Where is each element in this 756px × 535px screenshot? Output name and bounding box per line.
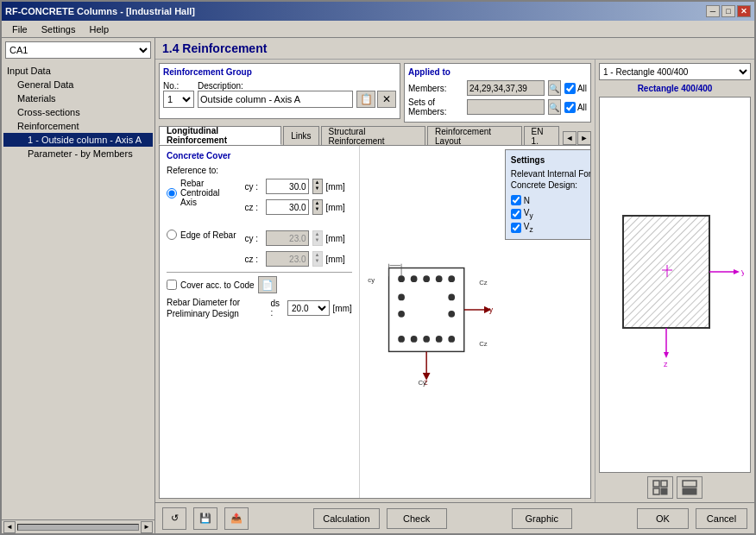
calculation-button[interactable]: Calculation (313, 508, 379, 529)
at-sets-row: Sets of Members: 🔍 All (408, 98, 587, 116)
applied-to-box: Applied to Members: 🔍 All (404, 63, 591, 123)
at-all-sets-checkbox[interactable] (564, 102, 576, 113)
scroll-track[interactable] (17, 524, 139, 531)
cross-section-diagram: y z (599, 97, 751, 473)
cover-acc-row: Cover acc. to Code 📄 (167, 276, 352, 293)
chk-mt-checkbox[interactable] (590, 195, 591, 205)
sidebar-item-materials[interactable]: Materials (3, 91, 153, 105)
svg-rect-40 (683, 481, 696, 487)
cy-active-input[interactable] (266, 179, 309, 194)
rg-no-select[interactable]: 1 (163, 91, 194, 108)
at-members-label: Members: (408, 84, 463, 93)
settings-box: Settings Relevant Internal Forces forCon… (505, 149, 591, 240)
tab-en1[interactable]: EN 1. (524, 126, 559, 145)
check-button[interactable]: Check (387, 508, 447, 529)
cz-active-input[interactable] (266, 199, 309, 215)
cover-acc-checkbox[interactable] (167, 280, 177, 290)
rg-delete-btn[interactable]: ✕ (377, 91, 396, 108)
graphic-button[interactable]: Graphic (512, 508, 572, 529)
rg-group-label: Reinforcement Group (163, 67, 396, 77)
chk-vz-checkbox[interactable] (511, 223, 521, 233)
tab-nav: ◄ ► (563, 131, 591, 145)
sidebar-item-reinforcement[interactable]: Reinforcement (3, 119, 153, 133)
cross-section-dropdown[interactable]: 1 - Rectangle 400/400 (599, 63, 751, 80)
rs-btn-1[interactable] (647, 476, 673, 499)
cz-active-spinner[interactable]: ▲ ▼ (312, 199, 323, 215)
scroll-left-btn[interactable]: ◄ (3, 521, 16, 533)
cover-acc-doc-btn[interactable]: 📄 (258, 276, 277, 293)
rg-copy-btn[interactable]: 📋 (356, 91, 375, 108)
svg-rect-37 (661, 481, 667, 487)
rg-desc-input[interactable] (198, 91, 353, 108)
maximize-button[interactable]: □ (721, 5, 735, 17)
rebar-centroidal-radio[interactable] (167, 188, 177, 198)
at-sets-search-btn[interactable]: 🔍 (548, 99, 561, 115)
cy-active-spinner[interactable]: ▲ ▼ (312, 179, 323, 194)
rs-btn-2[interactable] (677, 476, 702, 499)
at-members-row: Members: 🔍 All (408, 80, 587, 96)
tab-layout[interactable]: Reinforcement Layout (427, 126, 522, 145)
at-sets-input[interactable] (467, 99, 545, 115)
minimize-button[interactable]: ─ (706, 5, 720, 17)
chk-n-checkbox[interactable] (511, 195, 521, 205)
bottom-export-btn[interactable]: 📤 (224, 507, 249, 530)
cc-options: Rebar Centroidal Axis Edge of Rebar (167, 179, 352, 267)
ds-unit: [mm] (333, 304, 352, 313)
settings-title: Settings (511, 155, 591, 165)
menu-file[interactable]: File (5, 22, 35, 36)
svg-point-6 (398, 336, 405, 343)
tab-prev-btn[interactable]: ◄ (563, 131, 576, 145)
tab-next-btn[interactable]: ► (577, 131, 591, 145)
svg-point-8 (423, 336, 430, 343)
menu-help[interactable]: Help (82, 22, 116, 36)
ds-select[interactable]: 20.0 (287, 300, 330, 316)
tab-structural[interactable]: Structural Reinforcement (321, 126, 425, 145)
tab-links[interactable]: Links (283, 126, 318, 145)
cancel-button[interactable]: Cancel (696, 508, 747, 529)
rg-no-label: No.: (163, 81, 194, 91)
chk-vy-label: Vy (524, 208, 533, 220)
rg-row: No.: 1 Description: (163, 80, 396, 108)
cz-disabled-label: cz : (245, 255, 262, 264)
cross-section-sidebar: 1 - Rectangle 400/400 Rectangle 400/400 (595, 60, 754, 502)
case-dropdown[interactable]: CA1 (5, 41, 151, 59)
panel-body: Reinforcement Group No.: 1 Description: (155, 60, 754, 502)
cz-disabled-row: cz : ▲ ▼ [mm] (245, 251, 345, 267)
bottom-refresh-btn[interactable]: ↺ (162, 507, 186, 530)
window-title: RF-CONCRETE Columns - [Industrial Hall] (5, 6, 195, 16)
at-members-input[interactable] (467, 80, 545, 96)
cz-disabled-spinner: ▲ ▼ (312, 251, 323, 267)
bottom-bar: ↺ 💾 📤 Calculation Check Graphic OK Cance… (155, 502, 754, 533)
cy-up-arrow: ▲ (313, 179, 322, 186)
bottom-save-btn[interactable]: 💾 (193, 507, 217, 530)
tab-longitudinal[interactable]: Longitudinal Reinforcement (159, 126, 281, 145)
chk-mt-item: MT (590, 194, 591, 206)
sidebar-item-input-data[interactable]: Input Data (3, 64, 153, 78)
menu-settings[interactable]: Settings (35, 22, 83, 36)
sidebar: CA1 Input Data General Data Materials Cr… (2, 38, 155, 533)
sidebar-item-cross-sections[interactable]: Cross-sections (3, 105, 153, 119)
ok-button[interactable]: OK (637, 508, 689, 529)
at-all-members-checkbox[interactable] (564, 83, 576, 94)
sidebar-item-col-axis-a[interactable]: 1 - Outside column - Axis A (3, 133, 153, 147)
right-settings-area: Settings Relevant Internal Forces forCon… (501, 146, 591, 498)
chk-my-checkbox[interactable] (590, 209, 591, 219)
diagram-area: y z cy Cy Cz Cz (359, 146, 501, 498)
chk-mz-checkbox[interactable] (590, 223, 591, 233)
scroll-right-btn[interactable]: ► (141, 521, 153, 533)
chk-vy-checkbox[interactable] (511, 209, 521, 219)
cross-section-title: Rectangle 400/400 (599, 84, 751, 93)
chk-my-item: My (590, 208, 591, 220)
sidebar-item-general-data[interactable]: General Data (3, 78, 153, 91)
rg-desc-col: Description: (198, 81, 353, 108)
edge-rebar-radio[interactable] (167, 230, 177, 240)
svg-point-1 (398, 275, 405, 282)
cc-ref-label: Reference to: (167, 166, 352, 175)
chk-vy-item: Vy (511, 208, 589, 220)
close-button[interactable]: ✕ (737, 5, 751, 17)
sidebar-item-param-members[interactable]: Parameter - by Members (3, 147, 153, 160)
cy-active-label: cy : (245, 182, 262, 192)
cz-down-arrow: ▼ (313, 206, 322, 212)
at-members-search-btn[interactable]: 🔍 (548, 80, 561, 96)
cc-title: Concrete Cover (167, 151, 352, 160)
